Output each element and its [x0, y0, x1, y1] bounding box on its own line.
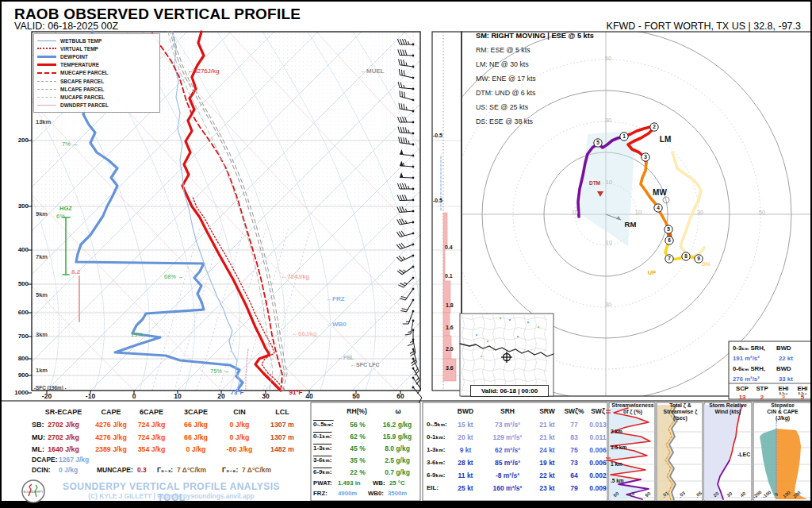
trace-layer [63, 32, 807, 500]
svg-text:9: 9 [697, 256, 700, 261]
wind-barb [397, 59, 415, 67]
svg-text:7: 7 [668, 256, 671, 261]
hodo-km-marker: 9 [695, 255, 703, 263]
p3-fill [704, 405, 742, 500]
hodo-km-marker: 4 [654, 204, 662, 212]
wind-barb [398, 39, 415, 45]
wind-barb [397, 49, 414, 56]
hodo-pale-trace [672, 152, 704, 256]
wind-barb [397, 206, 415, 214]
hodo-km-marker: 7 [665, 255, 673, 263]
wind-barb [398, 90, 416, 102]
hodo-km-marker: 6 [665, 237, 673, 244]
wind-barb [398, 117, 415, 123]
hodo-km-marker: 2 [650, 123, 658, 131]
hodo-km-marker: 8 [682, 252, 690, 260]
chart-canvas: 1234567895 [2, 2, 812, 508]
downdraft-parcel-trace [246, 349, 248, 391]
svg-text:5: 5 [596, 140, 599, 145]
wind-barb [397, 217, 415, 226]
svg-text:1: 1 [622, 133, 626, 139]
hodo-km-marker: 5 [594, 139, 602, 147]
hodo-km-marker: 5 [665, 225, 672, 233]
svg-text:4: 4 [657, 205, 660, 210]
wind-barb [400, 172, 415, 179]
wind-barb [397, 82, 415, 90]
virtual-temp-trace [193, 197, 284, 389]
wind-barb [400, 149, 415, 157]
hodo-km-marker: 3 [642, 153, 649, 161]
p4-cape-area [776, 429, 807, 499]
wind-barb [408, 386, 424, 402]
svg-text:8: 8 [684, 253, 688, 259]
svg-text:6: 6 [668, 237, 671, 243]
foreground-layer: 1234567895 [396, 39, 811, 460]
wind-barb [398, 103, 416, 113]
p4-cin-area [760, 429, 776, 499]
svg-text:2: 2 [653, 124, 656, 129]
wind-barb [408, 338, 417, 356]
hodo-sector [580, 130, 636, 246]
wind-barb [396, 239, 415, 251]
wind-barb [397, 194, 414, 202]
wind-barb [398, 183, 415, 190]
wind-barb [397, 261, 415, 276]
hodo-km-marker: 1 [620, 133, 628, 140]
raob-vertical-profile-figure: 1234567895 RAOB OBSERVED VERTICAL PROFIL… [0, 0, 812, 508]
svg-text:3: 3 [644, 154, 647, 160]
wind-barb [400, 160, 415, 167]
background-layer [2, 29, 812, 508]
wind-barb [397, 137, 415, 145]
wind-barb [408, 348, 419, 365]
wind-barb [397, 127, 414, 135]
svg-text:5: 5 [667, 226, 670, 232]
